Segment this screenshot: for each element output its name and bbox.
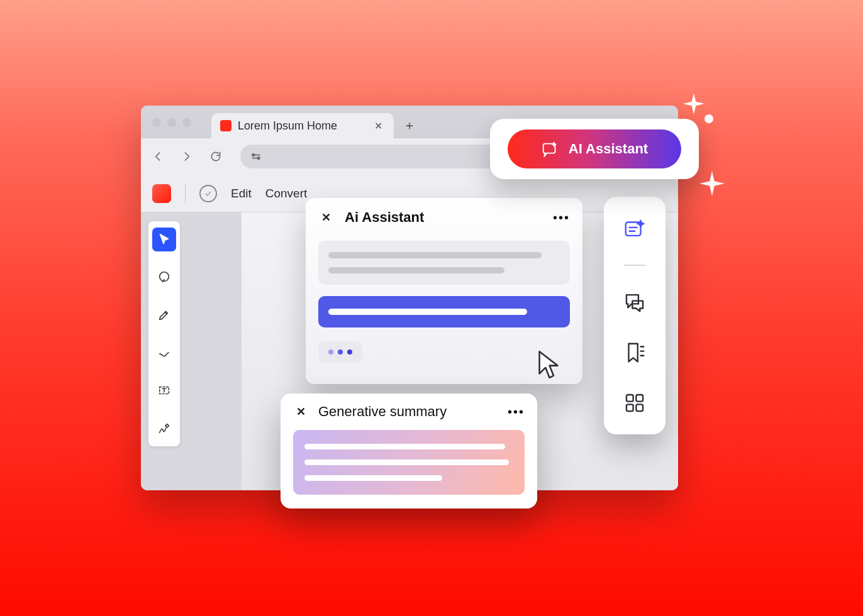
tab-close-button[interactable]: ✕: [371, 119, 385, 133]
typing-indicator: [318, 341, 362, 363]
text-placeholder-line: [304, 444, 505, 449]
reload-button[interactable]: [208, 148, 224, 165]
ai-panel-more-button[interactable]: •••: [553, 211, 570, 225]
typing-dot: [328, 349, 333, 355]
svg-rect-6: [636, 395, 643, 402]
text-placeholder-line: [304, 459, 509, 465]
sparkle-dot-icon: [704, 114, 713, 123]
gen-panel-more-button[interactable]: •••: [508, 405, 525, 419]
ai-pill-label: AI Assistant: [569, 141, 648, 157]
svg-point-10: [704, 114, 713, 123]
svg-rect-5: [626, 395, 633, 402]
app-logo[interactable]: [152, 184, 171, 203]
ai-panel-header: ✕ Ai Assistant •••: [318, 209, 570, 226]
tab-title: Lorem Ipsum Home: [238, 119, 337, 133]
separator: [624, 265, 645, 266]
window-close-dot[interactable]: [152, 118, 161, 127]
ai-panel-close-button[interactable]: ✕: [318, 210, 333, 225]
svg-rect-8: [636, 404, 643, 411]
text-placeholder-line: [328, 252, 542, 258]
typing-dot: [347, 349, 352, 355]
menu-convert[interactable]: Convert: [265, 187, 308, 201]
text-placeholder-line: [328, 309, 527, 315]
text-placeholder-line: [328, 267, 504, 273]
left-toolstrip: [148, 221, 180, 446]
apps-grid-tool[interactable]: [621, 389, 649, 417]
highlight-tool[interactable]: [152, 303, 176, 327]
pointer-tool[interactable]: [152, 228, 176, 251]
browser-tab[interactable]: Lorem Ipsum Home ✕: [211, 113, 394, 138]
ai-sparkle-tool[interactable]: [621, 214, 649, 242]
sparkle-icon: [699, 171, 725, 196]
site-settings-icon[interactable]: [249, 150, 263, 163]
ai-panel-title: Ai Assistant: [345, 209, 424, 226]
typing-dot: [338, 349, 343, 355]
gen-panel-close-button[interactable]: ✕: [293, 404, 308, 419]
assistant-message: [318, 241, 570, 285]
selection-tool-icon[interactable]: [199, 185, 217, 202]
gen-panel-header: ✕ Generative summary •••: [293, 404, 525, 420]
new-tab-button[interactable]: ＋: [399, 114, 420, 136]
generative-summary-panel: ✕ Generative summary •••: [281, 393, 537, 509]
forward-button[interactable]: [179, 148, 195, 165]
svg-rect-7: [626, 404, 633, 411]
comment-tool[interactable]: [152, 265, 176, 289]
svg-point-1: [258, 157, 260, 159]
cursor-icon: [536, 349, 561, 380]
sign-tool[interactable]: [152, 416, 176, 440]
menu-edit[interactable]: Edit: [231, 187, 252, 201]
user-message: [318, 296, 570, 327]
draw-tool[interactable]: [152, 341, 176, 365]
ai-assistant-button[interactable]: AI Assistant: [508, 129, 681, 168]
tab-favicon: [220, 120, 231, 131]
sparkle-icon: [683, 93, 704, 114]
gen-panel-body: [293, 430, 525, 495]
ai-pill-container: AI Assistant: [490, 119, 699, 179]
window-zoom-dot[interactable]: [182, 118, 191, 127]
back-button[interactable]: [150, 148, 166, 165]
text-placeholder-line: [304, 475, 442, 481]
window-minimize-dot[interactable]: [167, 118, 176, 127]
svg-point-0: [252, 154, 254, 156]
right-toolbar: [604, 197, 665, 434]
text-box-tool[interactable]: [152, 378, 176, 402]
bookmarks-tool[interactable]: [621, 339, 649, 366]
comments-tool[interactable]: [621, 289, 649, 316]
window-controls[interactable]: [152, 118, 191, 127]
separator: [185, 184, 186, 203]
gen-panel-title: Generative summary: [318, 404, 447, 420]
